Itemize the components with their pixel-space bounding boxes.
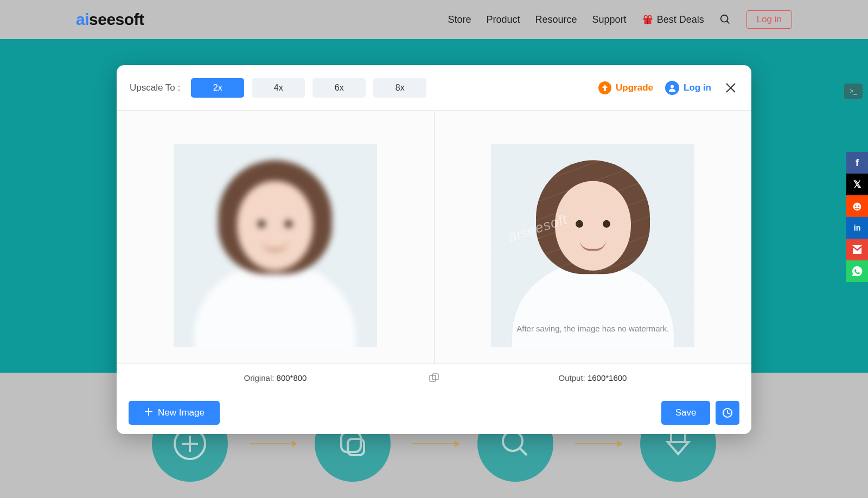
nav-store[interactable]: Store [448, 14, 471, 25]
scale-6x-button[interactable]: 6x [312, 78, 366, 98]
nav-product[interactable]: Product [486, 14, 520, 25]
share-facebook[interactable]: f [846, 152, 868, 174]
svg-point-12 [503, 431, 522, 451]
svg-point-15 [671, 85, 674, 88]
terminal-badge[interactable]: >_ [844, 84, 863, 99]
footer-actions: Save [661, 401, 739, 425]
original-image[interactable] [174, 144, 377, 347]
site-header: aiseesoft Store Product Resource Support… [0, 0, 868, 39]
modal-footer: New Image Save [117, 392, 751, 434]
svg-point-5 [720, 15, 727, 22]
svg-rect-10 [341, 432, 361, 452]
gmail-icon [851, 245, 863, 254]
nav-best-deals[interactable]: Best Deals [642, 14, 704, 25]
logo-rest: seesoft [89, 10, 144, 28]
nav-support[interactable]: Support [592, 14, 627, 25]
svg-point-23 [853, 203, 861, 211]
search-icon[interactable] [719, 14, 731, 25]
svg-point-24 [855, 206, 857, 207]
modal-header-actions: Upgrade Log in [598, 80, 738, 95]
share-whatsapp[interactable] [846, 260, 868, 282]
portrait-original [194, 160, 356, 347]
original-info: Original: 800*800 [117, 373, 434, 382]
original-preview [117, 111, 434, 363]
upgrade-label: Upgrade [616, 82, 653, 93]
svg-point-25 [858, 206, 859, 207]
upgrade-button[interactable]: Upgrade [598, 81, 653, 94]
svg-point-4 [648, 16, 652, 19]
arrow-icon [412, 443, 456, 444]
modal-body: After saving, the image has no watermark… [117, 111, 751, 363]
modal-login-label: Log in [684, 82, 711, 93]
best-deals-label: Best Deals [657, 14, 704, 25]
new-image-button[interactable]: New Image [129, 401, 220, 425]
share-linkedin[interactable]: in [846, 217, 868, 239]
svg-rect-2 [647, 18, 648, 24]
output-label: Output: [559, 373, 585, 382]
plus-icon [144, 407, 154, 419]
output-info: Output: 1600*1600 [434, 373, 751, 382]
reddit-icon [851, 200, 863, 212]
output-image[interactable] [491, 144, 694, 347]
share-x-twitter[interactable]: 𝕏 [846, 174, 868, 195]
compare-toggle-icon[interactable] [429, 373, 439, 384]
output-value: 1600*1600 [588, 373, 627, 382]
original-label: Original: [244, 373, 275, 382]
output-preview: After saving, the image has no watermark… [435, 111, 752, 363]
svg-line-6 [726, 21, 729, 24]
new-image-label: New Image [158, 407, 205, 418]
scale-2x-button[interactable]: 2x [191, 78, 244, 98]
svg-line-13 [520, 448, 527, 455]
watermark-note: After saving, the image has no watermark… [516, 324, 669, 333]
original-value: 800*800 [277, 373, 307, 382]
close-button[interactable] [723, 80, 738, 95]
history-button[interactable] [716, 401, 739, 425]
scale-8x-button[interactable]: 8x [373, 78, 426, 98]
upscale-to-label: Upscale To : [130, 82, 180, 93]
login-button[interactable]: Log in [746, 10, 792, 29]
upscale-modal: Upscale To : 2x 4x 6x 8x Upgrade Log in [117, 65, 751, 434]
upgrade-icon [598, 81, 611, 94]
scale-4x-button[interactable]: 4x [252, 78, 305, 98]
save-button[interactable]: Save [661, 401, 710, 425]
portrait-output [512, 160, 674, 347]
share-gmail[interactable] [846, 239, 868, 260]
arrow-icon [575, 443, 618, 444]
modal-login-button[interactable]: Log in [665, 81, 711, 95]
logo[interactable]: aiseesoft [76, 10, 144, 29]
svg-point-3 [644, 16, 647, 19]
modal-header: Upscale To : 2x 4x 6x 8x Upgrade Log in [117, 65, 751, 111]
main-nav: Store Product Resource Support Best Deal… [448, 10, 792, 29]
logo-prefix: ai [76, 10, 89, 28]
nav-resource[interactable]: Resource [535, 14, 577, 25]
share-reddit[interactable] [846, 195, 868, 217]
gift-icon [642, 14, 654, 25]
whatsapp-icon [851, 265, 863, 277]
scale-options: 2x 4x 6x 8x [191, 78, 426, 98]
arrow-icon [250, 443, 293, 444]
user-icon [665, 81, 679, 95]
modal-info-bar: Original: 800*800 Output: 1600*1600 [117, 363, 751, 392]
social-share-bar: f 𝕏 in [846, 152, 868, 282]
